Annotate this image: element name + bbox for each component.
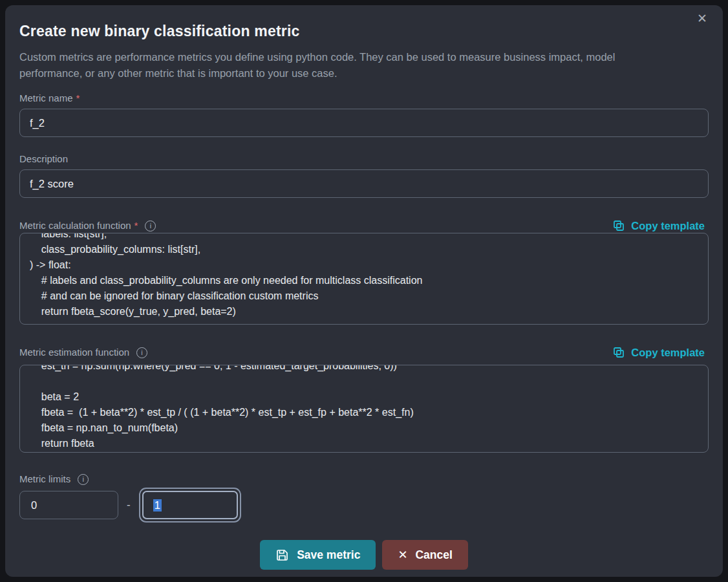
estimation-function-header: Metric estimation function i Copy templa… [19, 345, 709, 360]
info-icon[interactable]: i [145, 221, 156, 232]
save-metric-button[interactable]: Save metric [260, 540, 376, 570]
metric-limit-upper-input[interactable]: 1 [142, 491, 238, 519]
required-mark: * [134, 220, 138, 232]
save-icon [275, 548, 289, 562]
metric-limit-upper-focus-ring: 1 [139, 488, 241, 523]
limits-separator: - [127, 499, 131, 512]
estimation-function-label: Metric estimation function i [19, 347, 147, 358]
calculation-function-label-text: Metric calculation function [19, 220, 131, 232]
estimation-function-editor[interactable]: est_tn = np.sum(np.where(y_pred == 0, 1 … [19, 365, 709, 453]
description-label-text: Description [19, 153, 68, 165]
required-mark: * [76, 92, 80, 104]
modal-actions: Save metric ✕ Cancel [19, 540, 709, 570]
metric-name-label: Metric name * [19, 92, 709, 104]
copy-template-button-calculation[interactable]: Copy template [608, 219, 709, 233]
copy-template-label: Copy template [631, 347, 705, 359]
metric-name-input[interactable] [19, 109, 709, 137]
estimation-function-code: est_tn = np.sum(np.where(y_pred == 0, 1 … [30, 365, 698, 451]
calculation-function-label: Metric calculation function * i [19, 220, 156, 232]
metric-name-label-text: Metric name [19, 92, 73, 104]
description-input[interactable] [19, 169, 709, 198]
save-metric-label: Save metric [297, 548, 360, 562]
cancel-x-icon: ✕ [398, 548, 407, 562]
estimation-function-label-text: Metric estimation function [19, 347, 129, 358]
description-label: Description [19, 153, 709, 165]
modal-subtitle: Custom metrics are performance metrics y… [19, 49, 634, 81]
calculation-function-editor[interactable]: labels: list[str], class_probability_col… [19, 233, 709, 325]
selected-text: 1 [153, 499, 162, 512]
close-icon[interactable]: ✕ [693, 10, 711, 27]
modal-title: Create new binary classification metric [19, 22, 709, 40]
calculation-function-code: labels: list[str], class_probability_col… [30, 233, 698, 319]
info-icon[interactable]: i [78, 474, 89, 485]
copy-template-label: Copy template [631, 220, 705, 232]
metric-limit-lower-input[interactable] [19, 491, 118, 519]
cancel-button[interactable]: ✕ Cancel [382, 540, 467, 570]
copy-icon [612, 219, 625, 232]
info-icon[interactable]: i [136, 347, 147, 358]
metric-limits-label: Metric limits i [19, 473, 709, 485]
calculation-function-header: Metric calculation function * i Copy tem… [19, 219, 709, 233]
copy-template-button-estimation[interactable]: Copy template [608, 345, 709, 360]
copy-icon [612, 346, 625, 359]
metric-limits-label-text: Metric limits [19, 473, 70, 485]
cancel-label: Cancel [415, 548, 452, 562]
metric-limits-row: - 1 [19, 488, 709, 523]
create-metric-modal: ✕ Create new binary classification metri… [5, 5, 723, 577]
